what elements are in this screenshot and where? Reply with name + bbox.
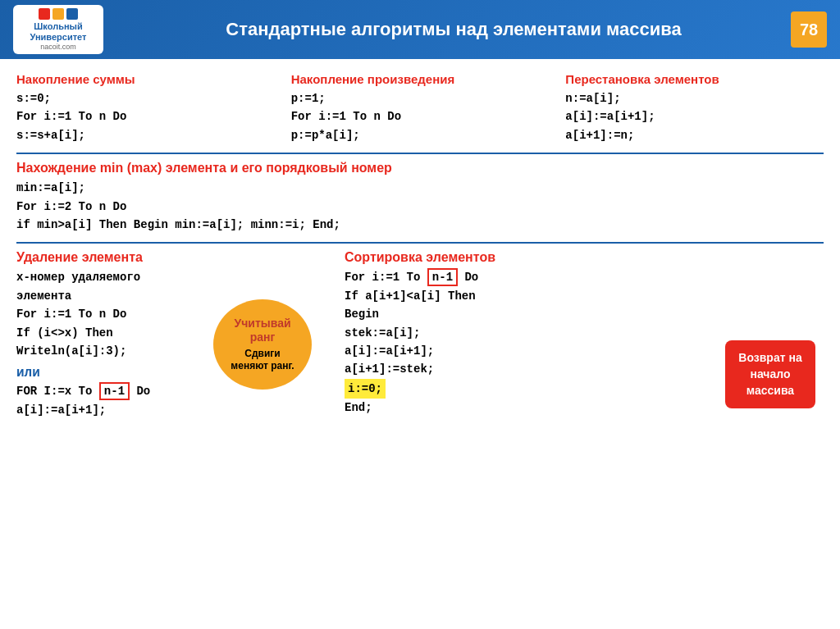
top-sections-row: Накопление суммы s:=0; For i:=1 To n Do … <box>16 72 824 144</box>
section-swap-title: Перестановка элементов <box>565 72 824 86</box>
prod-line1: p:=1; <box>291 89 550 107</box>
prod-line2: For i:=1 To n Do <box>291 107 550 125</box>
sort-line2: If a[i+1]<a[i] Then <box>345 287 824 305</box>
divider-1 <box>16 153 824 154</box>
section-minmax-code: min:=a[i]; For i:=2 To n Do if min>a[i] … <box>16 179 824 234</box>
sum-line3: s:=s+a[i]; <box>16 126 275 144</box>
del-line1: x-номер удаляемого <box>16 268 328 286</box>
min-line1: min:=a[i]; <box>16 179 824 197</box>
swap-line3: a[i+1]:=n; <box>565 126 824 144</box>
swap-line1: n:=a[i]; <box>565 89 824 107</box>
section-swap: Перестановка элементов n:=a[i]; a[i]:=a[… <box>565 72 824 144</box>
content-area: Накопление суммы s:=0; For i:=1 To n Do … <box>0 59 840 629</box>
section-delete-code2: FOR I:=x To n-1 Do a[i]:=a[i+1]; <box>16 382 328 419</box>
logo-square-orange <box>52 8 64 20</box>
del2-line2: a[i]:=a[i+1]; <box>16 401 328 419</box>
logo-text-line1: Школьный <box>34 21 82 32</box>
rank-bubble: Учитывай ранг Сдвиги меняют ранг. <box>213 299 312 390</box>
section-sort-title: Сортировка элементов <box>345 250 824 265</box>
section-swap-code: n:=a[i]; a[i]:=a[i+1]; a[i+1]:=n; <box>565 89 824 144</box>
page-title: Стандартные алгоритмы над элементами мас… <box>116 19 791 40</box>
section-product: Накопление произведения p:=1; For i:=1 T… <box>291 72 550 144</box>
min-line2: For i:=2 To n Do <box>16 198 824 216</box>
return-bubble: Возврат на начало массива <box>725 340 815 408</box>
sort-line4: stek:=a[i]; <box>345 324 824 342</box>
bottom-sections: Удаление элемента x-номер удаляемого эле… <box>16 250 824 419</box>
sort-n-minus-1-box: n-1 <box>427 268 458 286</box>
section-sum: Накопление суммы s:=0; For i:=1 To n Do … <box>16 72 275 144</box>
min-line3: if min>a[i] Then Begin min:=a[i]; minn:=… <box>16 216 824 234</box>
section-sum-title: Накопление суммы <box>16 72 275 86</box>
logo-text-line2: Университет <box>30 32 87 43</box>
swap-line2: a[i]:=a[i+1]; <box>565 107 824 125</box>
logo-square-blue <box>66 8 78 20</box>
sort-line1: For i:=1 To n-1 Do <box>345 268 824 286</box>
sort-line3: Begin <box>345 305 824 323</box>
header: Школьный Университет nacoit.com Стандарт… <box>0 0 840 59</box>
bubble-title: Учитывай ранг <box>225 317 300 344</box>
logo-square-red <box>39 8 50 20</box>
logo-subtext: nacoit.com <box>40 43 76 51</box>
page-number: 78 <box>791 11 827 48</box>
sort-line7: i:=0; <box>345 379 386 399</box>
logo-icon <box>39 8 78 20</box>
section-minmax: Нахождение min (max) элемента и его поря… <box>16 161 824 234</box>
sum-line2: For i:=1 To n Do <box>16 107 275 125</box>
logo-box: Школьный Университет nacoit.com <box>13 5 103 54</box>
section-minmax-title: Нахождение min (max) элемента и его поря… <box>16 161 824 175</box>
or-label: или <box>16 366 40 381</box>
section-sum-code: s:=0; For i:=1 To n Do s:=s+a[i]; <box>16 89 275 144</box>
sum-line1: s:=0; <box>16 89 275 107</box>
section-delete-title: Удаление элемента <box>16 250 328 265</box>
section-product-title: Накопление произведения <box>291 72 550 86</box>
prod-line3: p:=p*a[i]; <box>291 126 550 144</box>
divider-2 <box>16 242 824 244</box>
bubble-text: Сдвиги меняют ранг. <box>225 348 300 373</box>
n-minus-1-box: n-1 <box>99 382 130 400</box>
section-product-code: p:=1; For i:=1 To n Do p:=p*a[i]; <box>291 89 550 144</box>
return-bubble-text: Возврат на начало массива <box>738 351 801 396</box>
